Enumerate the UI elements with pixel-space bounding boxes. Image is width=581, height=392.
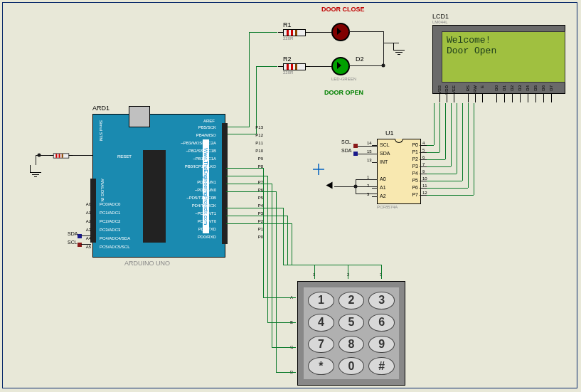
- ard-name: ARDUINO UNO: [124, 260, 170, 267]
- wire: [81, 244, 91, 245]
- wire: [348, 65, 384, 66]
- ard-inner-r: PD1/TXD: [178, 227, 216, 231]
- lcd-pin-label: D0: [494, 85, 499, 91]
- lcd-pin-label: VDD: [444, 85, 449, 95]
- keypad-key-0[interactable]: 0: [339, 357, 365, 375]
- resistor-r2: [283, 63, 306, 70]
- lcd-pin: [528, 94, 528, 102]
- ic-pin-l: INT: [380, 159, 388, 164]
- ard-inner-l: PC5/ADC5/SCL: [100, 245, 130, 249]
- header-left: [90, 179, 96, 243]
- ic-pin-l: SCL: [380, 142, 390, 147]
- ic-pin-r: P3: [408, 164, 418, 169]
- ard-inner-r: ~PD3/INT1: [178, 211, 216, 216]
- ard-pin-r: P11: [228, 141, 263, 145]
- lcd-pin: [512, 94, 513, 102]
- ard-inner-r: ~PD6/AIN0: [178, 188, 216, 192]
- ard-pin-r: P9: [228, 157, 263, 161]
- ic-pin-num: 3: [367, 192, 369, 196]
- wire: [356, 179, 377, 180]
- keypad-key-4[interactable]: 4: [308, 314, 334, 332]
- led-green: [331, 57, 350, 75]
- ard-ref: ARD1: [92, 105, 110, 112]
- lcd-pin: [447, 94, 447, 102]
- lcd-line-1: Welcome!: [447, 35, 560, 46]
- lcd-pin-label: VSS: [437, 85, 442, 94]
- resistor-r1: [283, 29, 306, 36]
- lcd-pin: [468, 94, 469, 102]
- ard-inner-l: PC1/ADC1: [100, 211, 120, 215]
- lcd-pin-label: D2: [510, 85, 514, 91]
- ard-inner-r: ~PD5/T1/OC0B: [178, 196, 216, 200]
- keypad-key-5[interactable]: 5: [339, 314, 365, 332]
- ard-pin-r: P13: [228, 125, 263, 129]
- ic-pin-r: P1: [408, 149, 418, 154]
- wire: [356, 194, 377, 194]
- keypad-key-*[interactable]: *: [308, 357, 334, 375]
- keypad-key-#[interactable]: #: [368, 357, 395, 375]
- ard-inner-r: PD4/T0/XCK: [178, 203, 216, 208]
- junction-node: [382, 64, 385, 68]
- r2-val: 220R: [283, 70, 293, 75]
- ard-pin-l: A2: [82, 219, 91, 223]
- ic-pin-l: SDA: [380, 151, 390, 156]
- keypad-key-8[interactable]: 8: [339, 336, 365, 354]
- r1-val: 220R: [283, 36, 293, 41]
- ard-pin-r: P10: [228, 149, 263, 153]
- wire: [256, 66, 257, 134]
- net-terminal: [78, 234, 82, 238]
- keypad-key-9[interactable]: 9: [368, 336, 395, 354]
- ard-pin-r: P12: [228, 133, 263, 137]
- ic-pin-r: P0: [408, 142, 418, 147]
- ard-inner-r: PD0/RXD: [178, 235, 216, 239]
- keypad-key-7[interactable]: 7: [308, 336, 334, 354]
- wire: [383, 31, 384, 67]
- ard-pin-r: P1: [228, 227, 263, 231]
- ic-pin-num: 14: [367, 141, 372, 145]
- lcd-pin-label: RS: [466, 85, 470, 91]
- ic-pin-r: P6: [408, 185, 418, 190]
- lcd-val: LM044L: [432, 20, 448, 24]
- ic-pin-r: P2: [408, 157, 418, 161]
- keypad-key-1[interactable]: 1: [308, 292, 334, 309]
- wire: [249, 32, 277, 33]
- wire: [348, 31, 384, 32]
- reset-label: RESET: [117, 154, 132, 159]
- label-door-open: DOOR OPEN: [324, 89, 363, 96]
- wire: [334, 186, 356, 187]
- lcd-pin-label: D1: [502, 85, 506, 91]
- lcd-pin: [482, 94, 483, 102]
- wire: [310, 32, 331, 33]
- wire: [356, 186, 377, 187]
- lcd-pin: [454, 94, 454, 102]
- ard-inner-l: PC3/ADC3: [100, 228, 120, 232]
- ic-pin-r: P7: [408, 192, 418, 197]
- wire: [358, 154, 377, 154]
- wire: [256, 66, 277, 67]
- lcd-pin: [520, 94, 521, 102]
- keypad-key-2[interactable]: 2: [339, 292, 365, 309]
- ard-pin-r: P5: [228, 196, 263, 200]
- lcd-pin-label: D6: [541, 85, 545, 91]
- ard-inner-r: ~PB3/MOSI/OC2A: [178, 141, 216, 145]
- wire: [310, 66, 331, 67]
- wire: [358, 146, 377, 147]
- ic-pin-l: A2: [380, 194, 386, 198]
- lcd-screen: Welcome! Door Open: [442, 31, 565, 83]
- mcu-chip-icon: [143, 150, 166, 243]
- analog-label: ANALOG IN: [100, 179, 105, 202]
- ard-inner-r: PB5/SCK: [178, 125, 216, 129]
- ard-inner-r: PD7/AIN1: [178, 180, 216, 184]
- net-scl: SCL: [341, 139, 351, 144]
- lcd-pin-label: D7: [549, 85, 553, 91]
- u1-val: PCF8574A: [377, 205, 398, 209]
- net-sda-l: SDA: [68, 231, 78, 236]
- resistor-reset: [53, 154, 69, 159]
- lcd-pin-label: D3: [518, 85, 522, 91]
- ic-pin-num: 13: [367, 158, 372, 162]
- ard-pin-l: A3: [82, 228, 91, 232]
- keypad-key-6[interactable]: 6: [368, 314, 395, 332]
- net-sda: SDA: [341, 148, 351, 153]
- ard-inner-r: ~PB2/SS/OC1B: [178, 149, 216, 153]
- keypad-key-3[interactable]: 3: [368, 292, 395, 309]
